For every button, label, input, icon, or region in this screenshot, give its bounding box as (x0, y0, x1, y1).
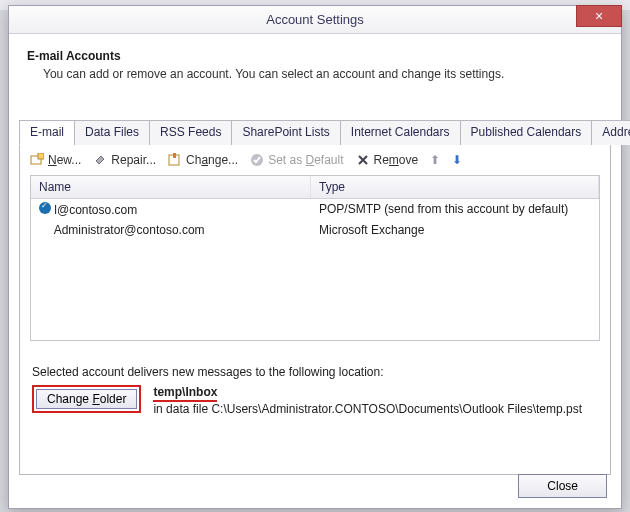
move-down-button[interactable]: ⬇ (452, 153, 462, 167)
new-account-button[interactable]: New... (30, 153, 81, 167)
account-settings-window: Account Settings × E-mail Accounts You c… (8, 5, 622, 509)
titlebar: Account Settings × (9, 6, 621, 34)
account-row[interactable]: l@contoso.com POP/SMTP (send from this a… (31, 199, 599, 220)
arrow-up-icon: ⬆ (430, 153, 440, 167)
set-default-label: Set as Default (268, 153, 343, 167)
delivery-data-file: in data file C:\Users\Administrator.CONT… (153, 402, 582, 416)
set-default-button: Set as Default (250, 153, 343, 167)
header-section: E-mail Accounts You can add or remove an… (9, 34, 621, 99)
account-type: POP/SMTP (send from this account by defa… (311, 199, 599, 220)
delivery-location-note: Selected account delivers new messages t… (32, 365, 598, 379)
remove-label: Remove (374, 153, 419, 167)
repair-icon (93, 153, 107, 167)
new-label: New... (48, 153, 81, 167)
window-close-button[interactable]: × (576, 5, 622, 27)
svg-rect-3 (173, 153, 176, 158)
new-icon (30, 153, 44, 167)
accounts-list: Name Type l@contoso.com POP/SMTP (send f… (30, 175, 600, 341)
tab-published-calendars[interactable]: Published Calendars (460, 120, 593, 145)
delivery-folder-row: Change Folder temp\Inbox in data file C:… (32, 385, 598, 416)
change-icon (168, 153, 182, 167)
close-button[interactable]: Close (518, 474, 607, 498)
remove-account-button[interactable]: Remove (356, 153, 419, 167)
arrow-down-icon: ⬇ (452, 153, 462, 167)
account-name: Administrator@contoso.com (54, 223, 205, 237)
tab-address-books[interactable]: Address Books (591, 120, 630, 145)
column-name-header[interactable]: Name (31, 176, 311, 198)
svg-rect-1 (38, 153, 44, 159)
move-up-button: ⬆ (430, 153, 440, 167)
email-tab-panel: New... Repair... Change... Set as Defaul… (19, 145, 611, 475)
tab-email[interactable]: E-mail (19, 120, 75, 145)
accounts-toolbar: New... Repair... Change... Set as Defaul… (20, 145, 610, 175)
dialog-footer: Close (518, 474, 607, 498)
remove-icon (356, 153, 370, 167)
tab-internet-calendars[interactable]: Internet Calendars (340, 120, 461, 145)
change-account-button[interactable]: Change... (168, 153, 238, 167)
repair-account-button[interactable]: Repair... (93, 153, 156, 167)
account-type: Microsoft Exchange (311, 220, 599, 240)
window-title: Account Settings (266, 12, 364, 27)
check-icon (250, 153, 264, 167)
change-label: Change... (186, 153, 238, 167)
column-type-header[interactable]: Type (311, 176, 599, 198)
folder-info: temp\Inbox in data file C:\Users\Adminis… (153, 385, 582, 416)
header-title: E-mail Accounts (27, 49, 603, 63)
accounts-list-header: Name Type (31, 176, 599, 199)
delivery-folder-path: temp\Inbox (153, 385, 217, 402)
tab-data-files[interactable]: Data Files (74, 120, 150, 145)
account-row[interactable]: Administrator@contoso.com Microsoft Exch… (31, 220, 599, 240)
change-folder-highlight: Change Folder (32, 385, 141, 413)
header-subtitle: You can add or remove an account. You ca… (43, 67, 603, 81)
tabs-bar: E-mail Data Files RSS Feeds SharePoint L… (19, 119, 621, 145)
account-name: l@contoso.com (54, 203, 137, 217)
repair-label: Repair... (111, 153, 156, 167)
tab-sharepoint-lists[interactable]: SharePoint Lists (231, 120, 340, 145)
change-folder-button[interactable]: Change Folder (36, 389, 137, 409)
default-account-icon (39, 202, 51, 214)
tab-rss-feeds[interactable]: RSS Feeds (149, 120, 232, 145)
